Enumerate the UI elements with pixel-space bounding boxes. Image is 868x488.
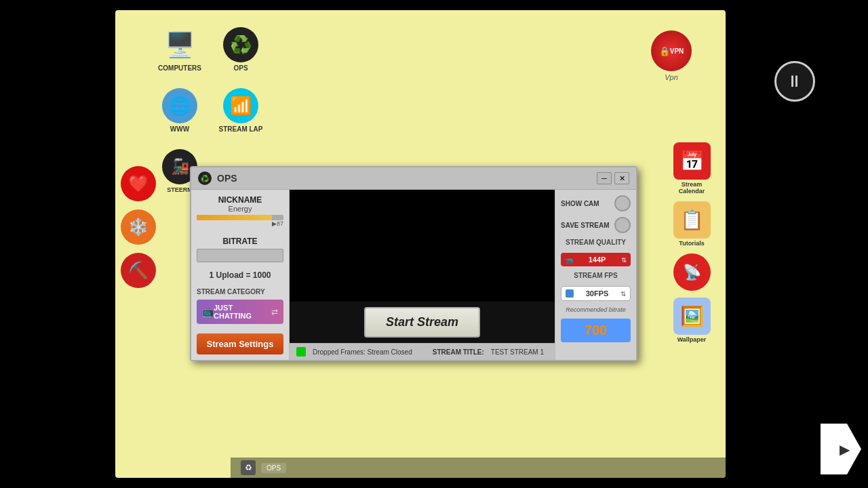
- taskbar: ♻ OPS 🔊 12:23: [231, 458, 726, 478]
- ops-title-icon: ♻️: [198, 171, 212, 185]
- stream-title-label: STREAM TITLE:: [433, 348, 484, 356]
- nickname-label: NICKNAME: [197, 195, 283, 205]
- save-stream-row: SAVE STREAM: [561, 217, 631, 233]
- dropped-frames-text: Dropped Frames: Stream Closed: [313, 348, 412, 356]
- nickname-section: NICKNAME Energy ▶87: [197, 195, 283, 227]
- next-arrow-button[interactable]: ▶: [821, 424, 861, 474]
- energy-bar: [197, 215, 272, 220]
- desktop-icon-steerm-label: Steerm: [167, 186, 193, 193]
- desktop-icon-wallpaper[interactable]: 🖼️ Wallpaper: [668, 298, 715, 343]
- show-cam-row: SHOW CAM: [561, 195, 631, 211]
- bitrate-bar-empty: [197, 249, 283, 262]
- desktop-screen: 🖥️ COMPUTERS ♻️ OPS 🌐 WWW 📶 Stream Lap 🚂…: [115, 10, 726, 478]
- category-text: JUST CHATTING: [214, 304, 271, 320]
- quality-section-label: STREAM QUALITY: [561, 239, 631, 246]
- center-panel: Start Stream Dropped Frames: Stream Clos…: [290, 190, 555, 360]
- status-bar: Dropped Frames: Stream Closed STREAM TIT…: [290, 343, 555, 360]
- energy-value: ▶87: [197, 220, 283, 227]
- quality-icon: 📹: [565, 256, 573, 264]
- desktop-icon-www[interactable]: 🌐 WWW: [156, 88, 203, 133]
- desktop-icon-streamlap-label: Stream Lap: [219, 125, 263, 133]
- desktop-icon-live[interactable]: 📡: [668, 253, 715, 291]
- start-stream-button[interactable]: Start Stream: [364, 307, 480, 338]
- stream-settings-button[interactable]: Stream Settings: [197, 333, 283, 354]
- desktop-icon-ops[interactable]: ♻️ OPS: [217, 27, 264, 72]
- fps-text: 30FPS: [586, 289, 609, 298]
- nickname-value: Energy: [197, 205, 283, 213]
- dialog-controls: ─ ✕: [597, 172, 629, 184]
- pause-icon: ⏸: [787, 72, 803, 91]
- upload-label: 1 Upload = 1000: [197, 270, 283, 280]
- category-icon: 📺: [202, 306, 214, 317]
- minimize-button[interactable]: ─: [597, 172, 612, 184]
- desktop-icon-www-label: WWW: [170, 125, 189, 133]
- health-icon[interactable]: ❤️: [121, 166, 156, 201]
- dialog-title: ♻️ OPS: [198, 171, 237, 185]
- desktop-icon-computers-label: COMPUTERS: [158, 64, 201, 72]
- fps-checkbox: [566, 289, 574, 298]
- vpn-circle: 🔒VPN: [651, 30, 692, 71]
- desktop-icon-computers[interactable]: 🖥️ COMPUTERS: [156, 27, 203, 72]
- preview-area: [290, 190, 555, 302]
- left-panel: NICKNAME Energy ▶87 Bitrate 1 Upload = 1…: [191, 190, 290, 360]
- save-stream-toggle[interactable]: [614, 217, 631, 233]
- right-panel: SHOW CAM SAVE STREAM STREAM QUALITY 📹 14…: [555, 190, 636, 360]
- dialog-titlebar: ♻️ OPS ─ ✕: [191, 167, 636, 190]
- desktop-icon-stream-calendar[interactable]: 📅 Stream Calendar: [668, 142, 715, 195]
- fps-arrows-icon: ⇅: [620, 290, 626, 298]
- ops-dialog: ♻️ OPS ─ ✕ NICKNAME Energy ▶87: [190, 166, 637, 361]
- miner-icon[interactable]: ⛏️: [121, 253, 156, 288]
- category-selector[interactable]: 📺 JUST CHATTING ⇄: [197, 300, 283, 324]
- pause-button[interactable]: ⏸: [774, 61, 815, 102]
- quality-arrows-icon: ⇅: [621, 256, 627, 264]
- taskbar-ops-item[interactable]: OPS: [261, 463, 286, 473]
- status-indicator: [296, 347, 306, 357]
- category-arrows-icon: ⇄: [271, 307, 278, 317]
- recommended-label: Recommended bitrate: [561, 306, 631, 313]
- stream-calendar-label: Stream Calendar: [668, 181, 715, 195]
- desktop-icon-tutorials[interactable]: 📋 Tutorials: [668, 201, 715, 247]
- desktop-icon-ops-label: OPS: [233, 64, 248, 72]
- tutorials-label: Tutorials: [679, 240, 704, 247]
- stream-category-section-label: STREAM CATEGORY: [197, 288, 283, 296]
- show-cam-toggle[interactable]: [614, 195, 631, 211]
- bitrate-label: Bitrate: [197, 237, 283, 246]
- fps-section-label: STREAM FPS: [561, 272, 631, 279]
- energy-bar-container: [197, 215, 283, 220]
- bitrate-section: Bitrate: [197, 237, 283, 262]
- wallpaper-label: Wallpaper: [677, 336, 707, 343]
- taskbar-left: ♻ OPS: [241, 460, 286, 475]
- vpn-label: Vpn: [665, 73, 678, 81]
- avest-icon[interactable]: ❄️: [121, 209, 156, 245]
- taskbar-ops-icon[interactable]: ♻: [241, 460, 256, 475]
- fps-selector[interactable]: 30FPS ⇅: [561, 286, 631, 301]
- quality-text: 144P: [589, 256, 606, 264]
- dialog-body: NICKNAME Energy ▶87 Bitrate 1 Upload = 1…: [191, 190, 636, 360]
- desktop-icon-streamlap[interactable]: 📶 Stream Lap: [217, 88, 264, 133]
- close-button[interactable]: ✕: [614, 172, 629, 184]
- quality-selector[interactable]: 📹 144P ⇅: [561, 253, 631, 266]
- recommended-bitrate-value: 700: [561, 319, 631, 342]
- stream-title-value: TEST STREAM 1: [491, 348, 544, 356]
- vpn-icon[interactable]: 🔒VPN Vpn: [651, 30, 692, 81]
- show-cam-label: SHOW CAM: [561, 200, 599, 207]
- dialog-title-text: OPS: [217, 173, 237, 184]
- save-stream-label: SAVE STREAM: [561, 222, 610, 229]
- next-arrow-icon: ▶: [840, 441, 850, 458]
